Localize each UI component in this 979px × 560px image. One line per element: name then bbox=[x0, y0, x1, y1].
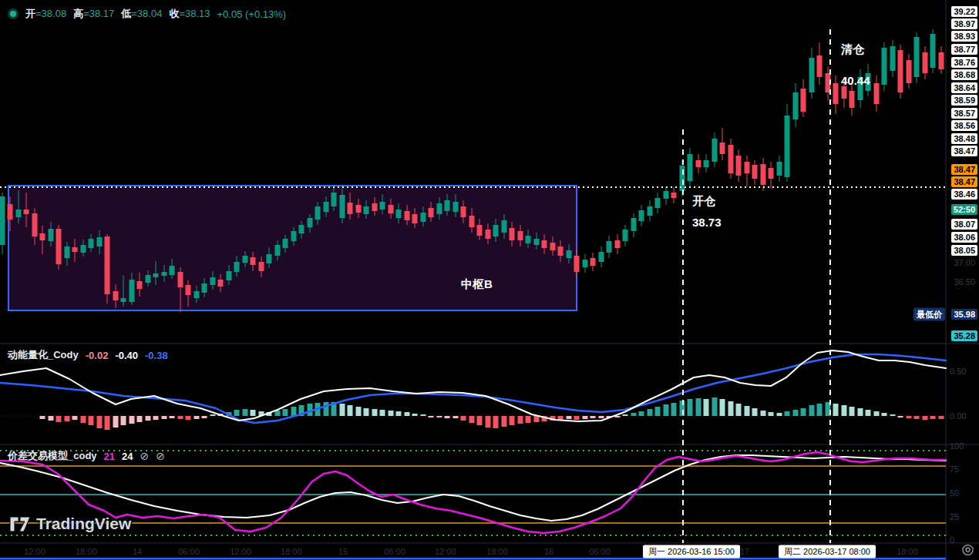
no-entry-icon[interactable]: ⊘ bbox=[156, 450, 165, 462]
price-axis-label: 38.59 bbox=[951, 95, 977, 106]
time-axis-label: 16 bbox=[544, 547, 553, 556]
price-axis-label: 38.68 bbox=[951, 69, 977, 80]
spread-indicator-title: 价差交易模型_cody bbox=[8, 449, 97, 463]
exit-annotation-title: 清仓 bbox=[841, 43, 870, 55]
price-axis-label: 39.22 bbox=[951, 6, 977, 17]
time-axis-badge: 周二 2026-03-17 08:00 bbox=[779, 545, 876, 558]
price-axis[interactable]: 39.2238.9738.9338.7738.7638.6838.6438.59… bbox=[947, 0, 979, 543]
indicator-axis-label: 25 bbox=[950, 512, 959, 521]
momentum-indicator-legend[interactable]: 动能量化_Cody -0.02 -0.40 -0.38 bbox=[8, 348, 168, 362]
exit-annotation-price: 40.44 bbox=[841, 75, 870, 86]
tradingview-logo-text: TradingView bbox=[36, 515, 131, 533]
price-axis-label: 38.64 bbox=[951, 82, 977, 93]
time-axis-label: 17 bbox=[740, 547, 749, 556]
price-axis-label: 38.47 bbox=[951, 176, 977, 187]
price-axis-label: 35.98 bbox=[951, 309, 977, 320]
price-axis-label: 38.77 bbox=[951, 44, 977, 55]
price-axis-label: 36.50 bbox=[951, 277, 977, 287]
price-axis-label: 38.05 bbox=[951, 245, 977, 256]
ohlc-high-value: =38.17 bbox=[83, 8, 114, 19]
indicator-axis-label: 50 bbox=[950, 488, 959, 498]
time-axis-label: 12:00 bbox=[24, 547, 45, 556]
indicator-axis-label: 100 bbox=[950, 441, 964, 451]
time-axis-label: 06:00 bbox=[178, 547, 200, 556]
indicator-axis-label: 0 bbox=[950, 535, 954, 545]
tradingview-logo-icon bbox=[9, 515, 31, 533]
price-axis-label: 38.48 bbox=[951, 133, 977, 144]
time-axis-label: 18:00 bbox=[76, 547, 97, 556]
price-axis-label: 38.93 bbox=[951, 31, 977, 42]
time-axis-label: 15 bbox=[338, 547, 348, 556]
indicator-axis-label: 0.50 bbox=[950, 367, 966, 376]
ohlc-open-label: 开 bbox=[25, 8, 35, 19]
spread-indicator-legend[interactable]: 价差交易模型_cody 21 24 ⊘ ⊘ bbox=[8, 449, 165, 463]
price-axis-label: 38.56 bbox=[951, 120, 977, 131]
time-axis-label: 18:00 bbox=[486, 547, 508, 556]
price-axis-label: 38.97 bbox=[951, 18, 977, 29]
lowest-price-label: 最低价 bbox=[913, 308, 945, 321]
momentum-value-3: -0.38 bbox=[145, 350, 168, 361]
price-axis-label: 35.28 bbox=[951, 330, 977, 341]
gear-icon[interactable] bbox=[962, 545, 974, 559]
time-axis-label: 14 bbox=[133, 547, 142, 556]
time-axis-label: 18:00 bbox=[897, 547, 918, 556]
time-axis[interactable]: 12:0018:001406:0012:0018:001506:0012:001… bbox=[0, 543, 979, 560]
exit-annotation[interactable]: 清仓 40.44 bbox=[841, 43, 870, 86]
time-axis-label: 12:00 bbox=[435, 547, 456, 556]
ohlc-low-value: =38.04 bbox=[131, 8, 162, 19]
momentum-value-2: -0.40 bbox=[115, 350, 138, 361]
price-axis-label: 38.06 bbox=[951, 232, 977, 243]
series-status-icon bbox=[8, 8, 19, 19]
time-axis-label: 06:00 bbox=[384, 547, 405, 556]
price-axis-label: 52:50 bbox=[951, 204, 977, 215]
momentum-value-1: -0.02 bbox=[86, 350, 109, 361]
spread-param-2: 24 bbox=[122, 451, 133, 462]
spread-param-1: 21 bbox=[104, 451, 115, 462]
momentum-indicator-title: 动能量化_Cody bbox=[8, 348, 79, 362]
price-axis-label: 38.46 bbox=[951, 189, 977, 200]
chart-root: 开=38.08 高=38.17 低=38.04 收=38.13 +0.05 (+… bbox=[0, 0, 979, 560]
ohlc-change-value: +0.05 (+0.13%) bbox=[217, 8, 287, 20]
time-axis-badge: 周一 2026-03-16 15:00 bbox=[643, 545, 740, 558]
indicator-axis-label: 0.00 bbox=[950, 411, 966, 421]
ohlc-close-label: 收 bbox=[169, 8, 179, 19]
ohlc-open-value: =38.08 bbox=[35, 8, 66, 19]
entry-annotation-title: 开仓 bbox=[692, 195, 722, 206]
time-axis-label: 12:00 bbox=[230, 547, 251, 556]
zone-box-label[interactable]: 中枢B bbox=[461, 277, 493, 292]
entry-annotation[interactable]: 开仓 38.73 bbox=[692, 195, 722, 228]
no-entry-icon[interactable]: ⊘ bbox=[140, 450, 150, 462]
time-axis-label: 18:00 bbox=[281, 547, 302, 556]
tradingview-logo[interactable]: TradingView bbox=[9, 515, 131, 533]
price-axis-label: 38.47 bbox=[951, 146, 977, 156]
indicator-axis-label: 75 bbox=[950, 464, 959, 474]
price-axis-label: 38.57 bbox=[951, 108, 977, 119]
ohlc-legend[interactable]: 开=38.08 高=38.17 低=38.04 收=38.13 +0.05 (+… bbox=[8, 7, 286, 21]
ohlc-close-value: =38.13 bbox=[179, 8, 210, 19]
price-axis-label: 38.76 bbox=[951, 57, 977, 68]
price-axis-label: 38.07 bbox=[951, 219, 977, 230]
time-axis-label: 06:00 bbox=[589, 547, 611, 556]
ohlc-low-label: 低 bbox=[121, 8, 131, 19]
entry-annotation-price: 38.73 bbox=[692, 216, 722, 228]
ohlc-high-label: 高 bbox=[73, 8, 83, 19]
price-axis-label: 38.47 bbox=[951, 164, 977, 175]
price-axis-label: 37.00 bbox=[951, 257, 977, 268]
